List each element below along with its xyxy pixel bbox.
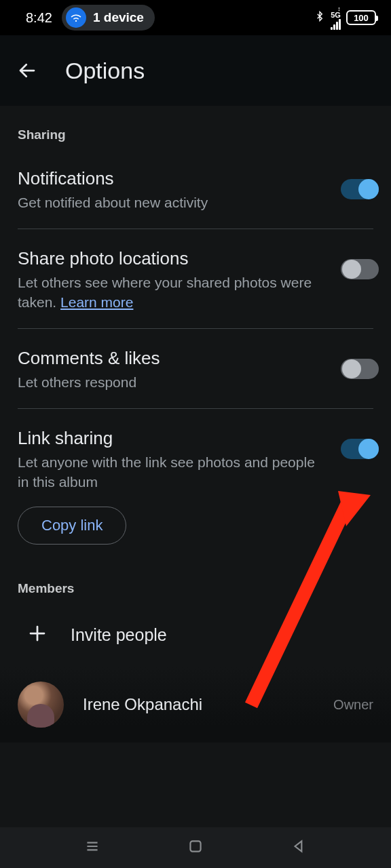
- menu-icon: [83, 837, 101, 855]
- status-bar: 8:42 1 device ↕5G 100: [0, 0, 391, 35]
- invite-people-label: Invite people: [71, 625, 167, 645]
- setting-desc: Let others respond: [18, 373, 327, 392]
- status-left: 8:42 1 device: [26, 5, 155, 31]
- learn-more-link[interactable]: Learn more: [60, 294, 133, 310]
- setting-title: Share photo locations: [18, 248, 327, 269]
- section-label-members: Members: [0, 545, 391, 603]
- network-indicator: ↕5G: [331, 6, 341, 30]
- arrow-left-icon: [17, 60, 37, 81]
- notifications-toggle[interactable]: [341, 179, 379, 199]
- copy-link-button[interactable]: Copy link: [18, 507, 126, 545]
- nav-recent-button[interactable]: [83, 837, 101, 858]
- network-type-label: 5G: [331, 12, 341, 18]
- content-area: Sharing Notifications Get notified about…: [0, 106, 391, 827]
- setting-text: Share photo locations Let others see whe…: [18, 248, 327, 312]
- setting-text: Notifications Get notified about new act…: [18, 168, 327, 212]
- wifi-icon: [66, 7, 86, 28]
- invite-people-row[interactable]: Invite people: [0, 603, 391, 667]
- setting-link-sharing[interactable]: Link sharing Let anyone with the link se…: [0, 409, 391, 500]
- setting-desc: Let anyone with the link see photos and …: [18, 453, 327, 492]
- svg-rect-0: [190, 841, 200, 851]
- battery-pct-label: 100: [354, 13, 369, 23]
- page-title: Options: [65, 58, 145, 84]
- avatar: [18, 682, 64, 728]
- device-count-label: 1 device: [93, 10, 144, 25]
- status-right: ↕5G 100: [314, 6, 376, 30]
- share-locations-toggle[interactable]: [341, 259, 379, 279]
- setting-desc: Get notified about new activity: [18, 193, 327, 212]
- setting-text: Link sharing Let anyone with the link se…: [18, 428, 327, 492]
- comments-likes-toggle[interactable]: [341, 359, 379, 379]
- setting-title: Notifications: [18, 168, 327, 189]
- app-bar: Options: [0, 35, 391, 106]
- link-sharing-toggle[interactable]: [341, 439, 379, 459]
- copy-link-label: Copy link: [41, 517, 103, 534]
- bluetooth-icon: [314, 9, 325, 26]
- battery-indicator: 100: [346, 10, 376, 25]
- back-button[interactable]: [12, 56, 42, 85]
- connected-device-pill[interactable]: 1 device: [62, 5, 155, 31]
- plus-icon: [27, 623, 48, 646]
- setting-title: Link sharing: [18, 428, 327, 449]
- setting-text: Comments & likes Let others respond: [18, 348, 327, 392]
- triangle-left-icon: [290, 837, 308, 855]
- setting-comments-likes[interactable]: Comments & likes Let others respond: [0, 329, 391, 408]
- setting-desc: Let others see where your shared photos …: [18, 273, 327, 312]
- square-icon: [187, 837, 204, 855]
- setting-notifications[interactable]: Notifications Get notified about new act…: [0, 149, 391, 229]
- status-time: 8:42: [26, 10, 52, 26]
- setting-share-locations[interactable]: Share photo locations Let others see whe…: [0, 229, 391, 328]
- member-name: Irene Okpanachi: [83, 695, 314, 714]
- nav-home-button[interactable]: [187, 837, 204, 858]
- nav-back-button[interactable]: [290, 837, 308, 858]
- member-row[interactable]: Irene Okpanachi Owner: [0, 667, 391, 743]
- signal-bars-icon: [331, 19, 341, 30]
- setting-title: Comments & likes: [18, 348, 327, 369]
- section-label-sharing: Sharing: [0, 106, 391, 149]
- member-role: Owner: [333, 697, 373, 713]
- system-nav-bar: [0, 827, 391, 868]
